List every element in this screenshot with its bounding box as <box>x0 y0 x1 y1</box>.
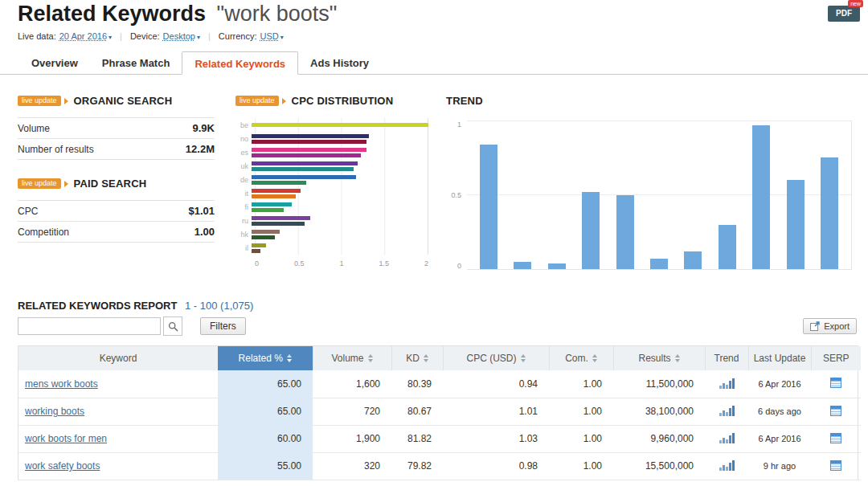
cpc-distribution-title: CPC DISTRIBUTION <box>292 95 394 107</box>
trend-bar <box>787 180 805 269</box>
column-header-kd[interactable]: KD <box>391 346 443 370</box>
currency-dropdown[interactable]: USD▾ <box>260 31 284 41</box>
paid-search-stats: CPC $1.01 Competition 1.00 <box>18 200 215 243</box>
column-header-results[interactable]: Results <box>613 346 705 370</box>
cpc-bar <box>252 189 301 193</box>
cpc-bar <box>252 208 284 212</box>
serp-icon[interactable] <box>830 460 841 471</box>
column-header-cpc[interactable]: CPC (USD) <box>443 346 549 370</box>
trend-chart: 10.50 <box>446 120 852 270</box>
export-label: Export <box>824 321 850 331</box>
column-header-keyword[interactable]: Keyword <box>18 346 218 370</box>
cpc-country-label: es <box>235 149 252 157</box>
table-header-row: Keyword Related % Volume KD CPC (USD) Co… <box>18 346 861 370</box>
search-button[interactable] <box>163 317 182 336</box>
keyword-link[interactable]: work boots for men <box>25 433 107 444</box>
serp-icon[interactable] <box>830 406 841 416</box>
cpc-country-label: it <box>235 190 252 198</box>
stat-row-results: Number of results 12.2M <box>18 138 215 159</box>
trend-sparkline-icon <box>719 459 735 471</box>
sort-icon <box>287 354 292 362</box>
stat-label: Volume <box>18 123 50 134</box>
column-header-related[interactable]: Related % <box>218 346 313 370</box>
trend-bar <box>582 192 600 269</box>
kd-cell: 80.67 <box>391 398 443 425</box>
cpc-bar <box>252 148 366 152</box>
pdf-button-label: PDF <box>836 9 852 18</box>
serp-icon[interactable] <box>830 378 841 388</box>
cpc-cell: 0.94 <box>443 370 549 398</box>
organic-paid-panel: live update ORGANIC SEARCH Volume 9.9K N… <box>18 95 215 243</box>
cpc-bar <box>252 123 428 127</box>
cpc-country-label: fi <box>235 203 252 211</box>
pdf-export-button[interactable]: PDF new <box>828 6 860 22</box>
tab-related-keywords[interactable]: Related Keywords <box>182 51 298 75</box>
cpc-bar <box>252 140 366 144</box>
results-cell: 9,960,000 <box>613 425 705 452</box>
sort-icon <box>675 354 680 362</box>
trend-title: TREND <box>446 95 483 107</box>
stat-label: Competition <box>18 227 69 238</box>
badge-arrow-icon <box>64 181 68 187</box>
keyword-link[interactable]: mens work boots <box>25 378 98 390</box>
results-cell: 38,100,000 <box>613 398 705 425</box>
device-dropdown[interactable]: Desktop▾ <box>163 31 200 41</box>
sort-icon <box>521 354 526 362</box>
trend-chart-bars <box>467 120 852 270</box>
cpc-country-label: be <box>235 121 252 129</box>
tab-overview[interactable]: Overview <box>19 51 90 75</box>
report-title: RELATED KEYWORDS REPORT <box>18 300 177 312</box>
new-badge: new <box>848 0 863 7</box>
cpc-chart-row: es <box>235 145 428 159</box>
stat-row-volume: Volume 9.9K <box>18 117 215 138</box>
volume-cell: 720 <box>313 398 391 425</box>
column-header-last-update: Last Update <box>748 346 811 370</box>
keyword-link[interactable]: working boots <box>25 406 84 417</box>
related-cell: 65.00 <box>218 370 313 398</box>
table-row: work boots for men 60.00 1,900 81.82 1.0… <box>18 425 861 452</box>
last-update-cell: 6 days ago <box>748 398 811 425</box>
cpc-bar <box>252 235 275 239</box>
keyword-search-input[interactable] <box>18 317 161 335</box>
divider: | <box>208 31 211 41</box>
filters-button[interactable]: Filters <box>200 317 246 335</box>
export-button[interactable]: Export <box>803 318 857 334</box>
cpc-cell: 0.98 <box>443 452 549 480</box>
last-update-cell: 6 Apr 2016 <box>748 370 811 398</box>
column-header-trend: Trend <box>705 346 748 370</box>
serp-icon[interactable] <box>830 433 841 443</box>
tab-ads-history[interactable]: Ads History <box>298 51 381 75</box>
tab-phrase-match[interactable]: Phrase Match <box>90 51 182 75</box>
related-keywords-table: Keyword Related % Volume KD CPC (USD) Co… <box>18 345 858 480</box>
column-header-volume[interactable]: Volume <box>313 346 391 370</box>
com-cell: 1.00 <box>549 398 613 425</box>
com-cell: 1.00 <box>549 425 613 452</box>
stat-value: 12.2M <box>186 143 215 155</box>
cpc-cell: 1.03 <box>443 425 549 452</box>
badge-arrow-icon <box>64 98 68 104</box>
cpc-x-tick: 2 <box>424 259 428 268</box>
cpc-bar <box>252 194 296 198</box>
trend-y-tick: 0 <box>457 262 461 270</box>
table-row: mens work boots 65.00 1,600 80.39 0.94 1… <box>18 370 861 398</box>
cpc-chart-row: be <box>235 118 428 132</box>
trend-bar <box>548 263 566 269</box>
column-header-com[interactable]: Com. <box>549 346 613 370</box>
currency-label: Currency: <box>219 31 257 41</box>
cpc-country-label: no <box>235 135 252 143</box>
cpc-distribution-panel: live update CPC DISTRIBUTION benoesukdei… <box>235 95 428 268</box>
related-cell: 60.00 <box>218 425 313 452</box>
results-cell: 11,500,000 <box>613 370 705 398</box>
chevron-down-icon: ▾ <box>280 34 284 41</box>
page: Related Keywords "work boots" PDF new Li… <box>0 0 868 486</box>
com-cell: 1.00 <box>549 370 613 398</box>
stat-row-competition: Competition 1.00 <box>18 221 215 242</box>
cpc-chart-row: no <box>235 132 428 145</box>
organic-search-stats: Volume 9.9K Number of results 12.2M <box>18 117 215 160</box>
keyword-link[interactable]: work safety boots <box>25 460 100 472</box>
trend-bar <box>684 251 702 269</box>
live-data-dropdown[interactable]: 20 Apr 2016▾ <box>59 31 112 41</box>
kd-cell: 81.82 <box>391 425 443 452</box>
cpc-bar <box>252 181 306 185</box>
device-label: Device: <box>130 31 160 41</box>
